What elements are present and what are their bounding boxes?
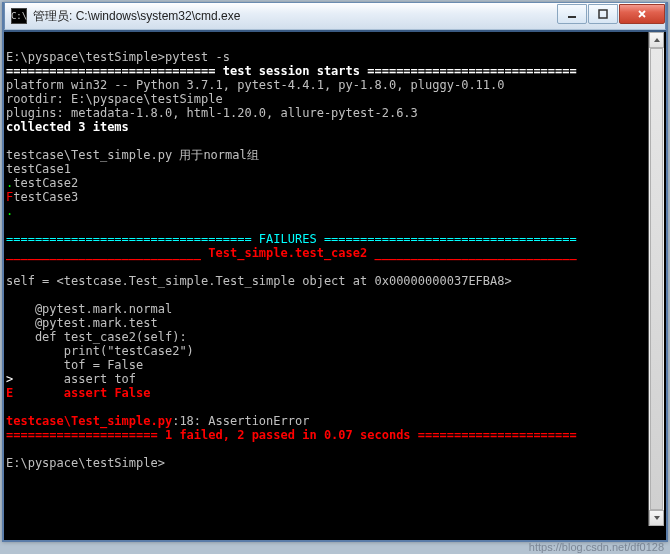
group-label: 用于normal组 <box>179 148 258 162</box>
scroll-up-button[interactable] <box>649 32 664 48</box>
error-location: testcase\Test_simple.py <box>6 414 172 428</box>
platform-line: platform win32 -- Python 3.7.1, pytest-4… <box>6 78 505 92</box>
window-buttons <box>556 3 665 29</box>
titlebar: C:\ 管理员: C:\windows\system32\cmd.exe <box>4 2 666 30</box>
cmd-icon: C:\ <box>11 8 27 24</box>
error-location-tail: :18: AssertionError <box>172 414 309 428</box>
svg-rect-1 <box>599 10 607 18</box>
failure-title: ___________________________ Test_simple.… <box>6 246 577 260</box>
minimize-button[interactable] <box>557 4 587 24</box>
scroll-down-button[interactable] <box>649 510 664 526</box>
failures-header: ================================== FAILU… <box>6 232 577 246</box>
src-line: def test_case2(self): <box>6 330 187 344</box>
terminal-output: E:\pyspace\testSimple>pytest -s ========… <box>4 30 666 540</box>
watermark-text: https://blog.csdn.net/df0128 <box>529 541 664 553</box>
close-button[interactable] <box>619 4 665 24</box>
error-line: assert False <box>13 386 150 400</box>
prompt: E:\pyspace\testSimple> <box>6 456 165 470</box>
window-title: 管理员: C:\windows\system32\cmd.exe <box>33 8 556 25</box>
maximize-button[interactable] <box>588 4 618 24</box>
src-line: @pytest.mark.test <box>6 316 158 330</box>
self-line: self = <testcase.Test_simple.Test_simple… <box>6 274 512 288</box>
src-line: tof = False <box>6 358 143 372</box>
test-file: testcase\Test_simple.py <box>6 148 179 162</box>
collected-line: collected 3 items <box>6 120 129 134</box>
src-line: assert tof <box>13 372 136 386</box>
src-line: @pytest.mark.normal <box>6 302 172 316</box>
src-line: print("testCase2") <box>6 344 194 358</box>
rootdir-line: rootdir: E:\pyspace\testSimple <box>6 92 223 106</box>
prompt: E:\pyspace\testSimple> <box>6 50 165 64</box>
testcase2: testCase2 <box>13 176 78 190</box>
vertical-scrollbar[interactable] <box>648 32 664 526</box>
svg-rect-0 <box>568 16 576 18</box>
cmd-window: C:\ 管理员: C:\windows\system32\cmd.exe E:\… <box>2 2 668 542</box>
testcase3: testCase3 <box>13 190 78 204</box>
pass-dot2-icon: . <box>6 204 13 218</box>
testcase1: testCase1 <box>6 162 71 176</box>
scroll-thumb[interactable] <box>650 48 663 510</box>
summary-line: ===================== 1 failed, 2 passed… <box>6 428 577 442</box>
session-header: ============================= test sessi… <box>6 64 577 78</box>
plugins-line: plugins: metadata-1.8.0, html-1.20.0, al… <box>6 106 418 120</box>
command-text: pytest -s <box>165 50 230 64</box>
